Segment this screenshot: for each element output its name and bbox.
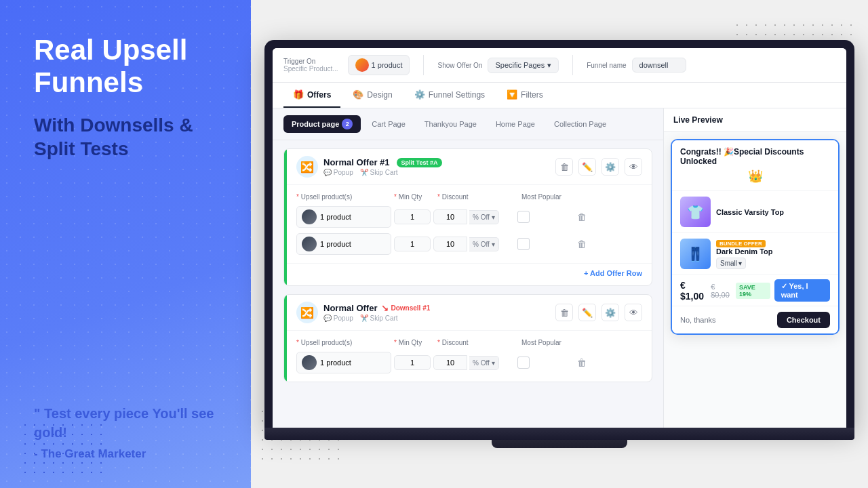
add-row-button-1[interactable]: + Add Offer Row [584,269,642,277]
edit-offer-btn-2[interactable]: ✏️ [578,304,596,321]
offer-header-left-2: 🔀 Normal Offer ↘ Downsell #1 [296,302,430,323]
popular-cell-1-2 [517,238,572,250]
discount-input-1-1[interactable]: 10 [433,209,467,224]
product-value-1-2: 1 product [320,240,351,248]
show-offer-value: Specific Pages [495,61,545,69]
discount-row-1-2: 10 % Off ▾ [433,237,515,251]
settings-offer-btn-1[interactable]: ⚙️ [601,158,619,176]
funnel-name-section: Funnel name downsell [587,58,686,73]
separator-2 [572,55,573,75]
quote-author: - The Great Marketer [34,447,224,461]
skip-cart-link-2[interactable]: ✂️ Skip Cart [360,314,398,322]
delete-row-btn-1-2[interactable]: 🗑 [574,237,589,251]
tab-design[interactable]: 🎨 Design [343,83,401,108]
product-avatar-1-2 [302,237,317,251]
product-select-1-1[interactable]: 1 product [296,206,391,228]
offer-actions-2: 🗑 ✏️ ⚙️ 👁 [555,304,642,321]
downsell-badge: ↘ Downsell #1 [381,303,430,313]
filter-icon: 🔽 [507,89,517,100]
popular-checkbox-2-1[interactable] [517,357,530,369]
crown-icon: 👑 [680,166,830,186]
col-header-product-2: * Upsell product(s) [296,339,391,346]
settings-offer-btn-2[interactable]: ⚙️ [601,304,619,321]
delete-offer-btn-1[interactable]: 🗑 [555,158,573,176]
offer-icon-2: 🔀 [296,302,318,323]
popular-checkbox-1-1[interactable] [517,211,530,223]
discount-row-2-1: 10 % Off ▾ [433,355,515,370]
preview-offer-btn-2[interactable]: 👁 [625,304,642,321]
left-panel: Real Upsell Funnels With Downsells & Spl… [0,0,251,488]
offer-table-2: * Upsell product(s) * Min Qty [287,331,652,382]
laptop-screen: Trigger On Specific Product... 1 product [273,48,846,428]
popup-link-1[interactable]: 💬 Popup [323,169,353,176]
offer-header-2: 🔀 Normal Offer ↘ Downsell #1 [287,295,652,331]
product-image-shirt: 👕 [680,197,711,227]
content-area: Product page 2 Cart Page Thankyou Page [273,108,846,428]
qty-input-1-1[interactable]: 1 [394,209,431,224]
discount-input-1-2[interactable]: 10 [433,237,467,251]
qty-input-2-1[interactable]: 1 [394,355,431,370]
discount-row-1-1: 10 % Off ▾ [433,209,515,224]
delete-row-btn-2-1[interactable]: 🗑 [574,355,589,370]
delete-offer-btn-2[interactable]: 🗑 [555,304,573,321]
main-content: Trigger On Specific Product... 1 product [273,48,846,428]
discount-suffix-1-1[interactable]: % Off ▾ [469,210,499,224]
show-offer-dropdown[interactable]: Specific Pages ▾ [488,58,559,73]
tab-funnel-settings-label: Funnel Settings [429,90,485,100]
split-test-badge: Split Test #A [397,158,443,167]
popup-link-2[interactable]: 💬 Popup [323,314,353,322]
tab-funnel-settings[interactable]: ⚙️ Funnel Settings [405,83,494,108]
tab-offers[interactable]: 🎁 Offers [283,83,340,108]
trigger-box: Trigger On Specific Product... [283,58,338,73]
popular-cell-1-1 [517,211,572,223]
preview-popup: Congrats!! 🎉Special Discounts Unlocked 👑… [671,139,840,335]
separator-1 [423,55,424,75]
trigger-label: Trigger On [283,58,338,65]
trigger-product-value: 1 product [372,61,403,69]
edit-offer-btn-1[interactable]: ✏️ [578,158,596,176]
size-select[interactable]: Small ▾ [716,258,746,269]
discount-input-2-1[interactable]: 10 [433,355,467,370]
add-offer-row-1: + Add Offer Row [287,263,652,285]
popular-checkbox-1-2[interactable] [517,238,530,250]
product-select-2-1[interactable]: 1 product [296,352,391,373]
product-image-jeans: 👖 [680,239,711,269]
laptop-bezel: Trigger On Specific Product... 1 product [264,40,854,428]
page-tab-cart[interactable]: Cart Page [363,117,414,131]
delete-row-btn-1-1[interactable]: 🗑 [574,209,589,224]
discount-suffix-2-1[interactable]: % Off ▾ [469,356,499,370]
trigger-sub: Specific Product... [283,65,338,73]
product-avatar-1-1 [302,209,317,224]
qty-input-1-2[interactable]: 1 [394,237,431,251]
product1-name: Classic Varsity Top [716,208,830,216]
laptop-frame: Trigger On Specific Product... 1 product [264,40,854,448]
page-tab-thankyou[interactable]: Thankyou Page [416,117,485,131]
col-header-product-1: * Upsell product(s) [296,193,391,201]
col-header-minqty-1: * Min Qty [394,193,435,201]
size-value: Small [720,260,737,267]
page-tab-product[interactable]: Product page 2 [283,115,361,133]
popup-price-row: €$1,00 €$0,00 SAVE 19% ✓ Yes, I want [672,275,838,306]
live-preview-panel: Live Preview Congrats!! 🎉Special Discoun… [663,108,846,428]
top-bar: Trigger On Specific Product... 1 product [273,48,846,83]
offer-info-1: Normal Offer #1 Split Test #A 💬 Popup ✂️… [323,157,442,176]
preview-offer-btn-1[interactable]: 👁 [625,158,642,176]
product-avatar-2-1 [302,355,317,370]
tab-filters[interactable]: 🔽 Filters [497,83,553,108]
offers-icon: 🎁 [293,89,304,100]
skip-cart-link-1[interactable]: ✂️ Skip Cart [360,169,398,176]
offer-table-1: * Upsell product(s) * Min Qty [287,185,652,263]
tab-filters-label: Filters [521,90,543,100]
page-tabs: Product page 2 Cart Page Thankyou Page [273,108,663,140]
trigger-product-pill[interactable]: 1 product [348,55,410,75]
discount-suffix-1-2[interactable]: % Off ▾ [469,237,499,251]
popup-action-row: No, thanks Checkout [672,306,838,333]
funnel-name-input[interactable]: downsell [632,58,686,73]
checkout-button[interactable]: Checkout [777,312,830,328]
no-thanks-button[interactable]: No, thanks [680,316,716,324]
product-select-1-2[interactable]: 1 product [296,233,391,255]
col-header-minqty-2: * Min Qty [394,339,435,346]
page-tab-home[interactable]: Home Page [488,117,543,131]
page-tab-collection[interactable]: Collection Page [546,117,614,131]
yes-i-want-button[interactable]: ✓ Yes, I want [774,279,830,302]
